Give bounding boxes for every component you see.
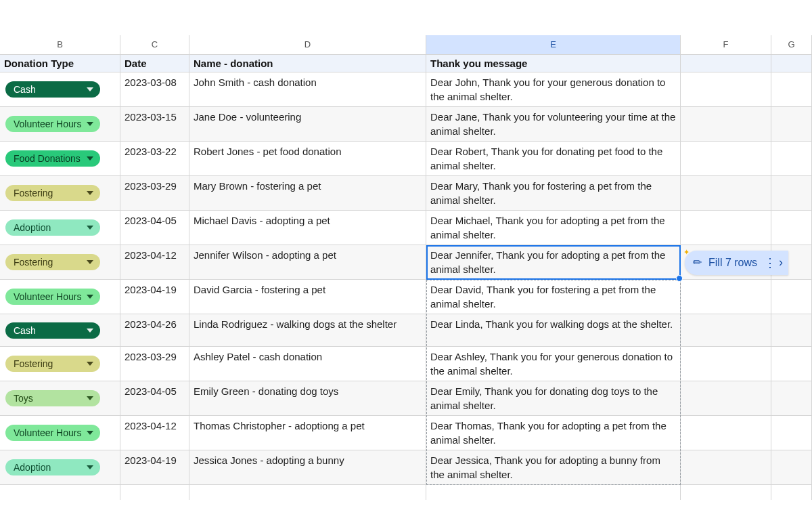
cell-empty[interactable] (681, 280, 771, 314)
column-header-f[interactable]: F (681, 35, 771, 54)
cell-donation-type[interactable]: Fostering (0, 245, 120, 279)
donation-type-chip[interactable]: Volunteer Hours (5, 116, 100, 132)
cell-empty[interactable] (771, 107, 812, 141)
cell-donation-type[interactable]: Fostering (0, 176, 120, 210)
cell-empty[interactable] (681, 450, 771, 484)
cell-message[interactable]: Dear Mary, Thank you for fostering a pet… (426, 176, 681, 210)
cell-empty[interactable] (771, 347, 812, 381)
cell-date[interactable]: 2023-03-22 (120, 142, 189, 175)
cell-name[interactable]: Ashley Patel - cash donation (189, 347, 426, 381)
field-header[interactable]: Donation Type (0, 55, 120, 72)
cell-donation-type[interactable]: Volunteer Hours (0, 107, 120, 141)
cell-donation-type[interactable]: Adoption (0, 211, 120, 245)
cell-donation-type[interactable]: Volunteer Hours (0, 416, 120, 450)
cell-empty[interactable] (681, 381, 771, 415)
column-header-e[interactable]: E (426, 35, 681, 54)
column-header-c[interactable]: C (120, 35, 189, 54)
cell-message[interactable]: Dear Thomas, Thank you for adopting a pe… (426, 416, 681, 450)
cell-name[interactable]: Jessica Jones - adopting a bunny (189, 450, 426, 484)
cell-date[interactable]: 2023-04-12 (120, 416, 189, 450)
cell-empty[interactable] (681, 142, 771, 175)
cell-empty[interactable] (771, 211, 812, 245)
cell-empty[interactable] (771, 381, 812, 415)
cell-donation-type[interactable]: Adoption (0, 450, 120, 484)
field-header[interactable]: Name - donation (189, 55, 426, 72)
more-options-icon[interactable]: ⋮ (764, 255, 775, 270)
cell-date[interactable]: 2023-03-29 (120, 176, 189, 210)
data-rows: Cash2023-03-08John Smith - cash donation… (0, 72, 812, 485)
field-header[interactable] (681, 55, 771, 72)
cell-message[interactable]: Dear Emily, Thank you for donating dog t… (426, 381, 681, 415)
cell-date[interactable]: 2023-04-05 (120, 381, 189, 415)
cell-donation-type[interactable]: Volunteer Hours (0, 280, 120, 314)
cell-donation-type[interactable]: Fostering (0, 347, 120, 381)
cell-date[interactable]: 2023-03-15 (120, 107, 189, 141)
cell-empty[interactable] (771, 416, 812, 450)
cell-date[interactable]: 2023-03-08 (120, 72, 189, 106)
column-header-b[interactable]: B (0, 35, 120, 54)
cell-name[interactable]: Emily Green - donating dog toys (189, 381, 426, 415)
cell-message[interactable]: Dear Jessica, Thank you for adopting a b… (426, 450, 681, 484)
donation-type-chip[interactable]: Fostering (5, 356, 100, 372)
cell-empty[interactable] (771, 72, 812, 106)
donation-type-chip[interactable]: Toys (5, 390, 100, 406)
cell-date[interactable]: 2023-04-19 (120, 280, 189, 314)
cell-empty[interactable] (681, 72, 771, 106)
cell-empty[interactable] (771, 314, 812, 346)
cell-name[interactable]: Linda Rodriguez - walking dogs at the sh… (189, 314, 426, 346)
column-header-d[interactable]: D (189, 35, 426, 54)
empty-row[interactable] (0, 485, 812, 500)
donation-type-chip[interactable]: Cash (5, 81, 100, 98)
field-header[interactable] (771, 55, 812, 72)
smart-fill-suggestion[interactable]: ✦ ✎ Fill 7 rows ⋮ › (685, 251, 788, 275)
donation-type-chip[interactable]: Adoption (5, 459, 100, 475)
donation-type-chip[interactable]: Adoption (5, 219, 100, 236)
chevron-right-icon[interactable]: › (779, 255, 783, 270)
cell-name[interactable]: Jane Doe - volunteering (189, 107, 426, 141)
cell-date[interactable]: 2023-04-26 (120, 314, 189, 346)
donation-type-chip[interactable]: Fostering (5, 254, 100, 270)
cell-empty[interactable] (771, 450, 812, 484)
cell-date[interactable]: 2023-04-05 (120, 211, 189, 245)
cell-empty[interactable] (681, 314, 771, 346)
donation-type-chip[interactable]: Fostering (5, 185, 100, 201)
cell-empty[interactable] (681, 176, 771, 210)
donation-type-chip[interactable]: Volunteer Hours (5, 425, 100, 441)
cell-date[interactable]: 2023-03-29 (120, 347, 189, 381)
cell-donation-type[interactable]: Food Donations (0, 142, 120, 175)
cell-message[interactable]: Dear Jennifer, Thank you for adopting a … (426, 245, 681, 279)
cell-name[interactable]: David Garcia - fostering a pet (189, 280, 426, 314)
cell-message[interactable]: Dear Robert, Thank you for donating pet … (426, 142, 681, 175)
cell-name[interactable]: Robert Jones - pet food donation (189, 142, 426, 175)
cell-donation-type[interactable]: Cash (0, 314, 120, 346)
column-header-g[interactable]: G (771, 35, 812, 54)
cell-empty[interactable] (771, 176, 812, 210)
cell-name[interactable]: Thomas Christopher - adoptiong a pet (189, 416, 426, 450)
cell-donation-type[interactable]: Toys (0, 381, 120, 415)
cell-message[interactable]: Dear Michael, Thank you for adopting a p… (426, 211, 681, 245)
cell-name[interactable]: Mary Brown - fostering a pet (189, 176, 426, 210)
field-header[interactable]: Date (120, 55, 189, 72)
cell-empty[interactable] (681, 347, 771, 381)
cell-empty[interactable] (681, 107, 771, 141)
donation-type-chip[interactable]: Cash (5, 322, 100, 339)
table-row: Volunteer Hours2023-04-12Thomas Christop… (0, 416, 812, 450)
cell-message[interactable]: Dear Ashley, Thank you for your generous… (426, 347, 681, 381)
cell-name[interactable]: Jennifer Wilson - adopting a pet (189, 245, 426, 279)
cell-date[interactable]: 2023-04-19 (120, 450, 189, 484)
donation-type-chip[interactable]: Volunteer Hours (5, 289, 100, 305)
cell-message[interactable]: Dear Jane, Thank you for volunteering yo… (426, 107, 681, 141)
cell-empty[interactable] (681, 416, 771, 450)
cell-empty[interactable] (771, 142, 812, 175)
cell-empty[interactable] (771, 280, 812, 314)
cell-date[interactable]: 2023-04-12 (120, 245, 189, 279)
cell-message[interactable]: Dear David, Thank you for fostering a pe… (426, 280, 681, 314)
cell-empty[interactable] (681, 211, 771, 245)
cell-name[interactable]: John Smith - cash donation (189, 72, 426, 106)
cell-name[interactable]: Michael Davis - adopting a pet (189, 211, 426, 245)
cell-message[interactable]: Dear Linda, Thank you for walking dogs a… (426, 314, 681, 346)
cell-message[interactable]: Dear John, Thank you for your generous d… (426, 72, 681, 106)
donation-type-chip[interactable]: Food Donations (5, 150, 100, 167)
field-header[interactable]: Thank you message (426, 55, 681, 72)
cell-donation-type[interactable]: Cash (0, 72, 120, 106)
